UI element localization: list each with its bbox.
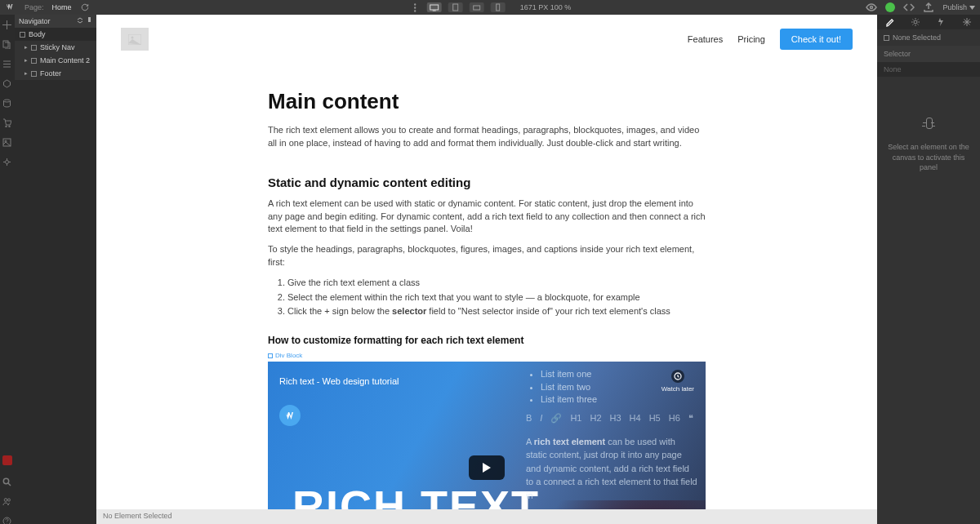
viewport-size-text: 1671 PX 100 % [520,3,572,11]
status-text: No Element Selected [103,512,172,520]
publish-button[interactable]: Publish [942,3,975,11]
search-icon[interactable] [2,475,12,485]
content-h3[interactable]: How to customize formatting for each ric… [268,334,706,348]
help-icon[interactable] [2,514,12,524]
navigator-panel: Navigator Body ▸Sticky Nav ▸Main Content… [15,15,96,80]
list-item[interactable]: Select the element within the rich text … [287,291,706,304]
navigator-collapse-icon[interactable] [77,17,83,25]
main-content: Main content The rich text element allow… [96,64,877,509]
page-label: Page: [24,3,44,11]
content-p1[interactable]: The rich text element allows you to crea… [268,124,706,149]
webflow-logo-icon[interactable] [5,2,16,13]
video-title: Rich text - Web design tutorial [279,375,399,388]
assets-icon[interactable] [2,135,12,145]
viewport-mobile-button[interactable] [491,2,506,12]
right-panel-tabs [877,15,980,29]
canvas[interactable]: Features Pricing Check it out! Main cont… [96,15,877,509]
nav-link-pricing[interactable]: Pricing [737,34,765,44]
content-h2[interactable]: Static and dynamic content editing [268,174,706,191]
svg-point-15 [3,478,8,483]
svg-point-7 [871,7,873,9]
element-label-divblock[interactable]: Div Block [268,351,706,360]
content-p3[interactable]: To style the headings, paragraphs, block… [268,243,706,269]
svg-rect-8 [3,41,8,47]
content-list[interactable]: Give the rich text element a class Selec… [287,277,706,318]
content-p2[interactable]: A rich text element can be used with sta… [268,198,706,235]
svg-rect-19 [88,17,91,22]
pages-icon[interactable] [2,38,12,47]
svg-rect-3 [430,5,439,10]
selector-input[interactable]: None [877,62,980,77]
video-embed[interactable]: Rich text - Web design tutorial Watch la… [268,362,706,509]
svg-rect-5 [474,6,480,10]
nav-link-features[interactable]: Features [688,34,723,44]
list-item[interactable]: Give the rich text element a class [287,277,706,289]
cms-icon[interactable] [2,96,12,106]
content-h1[interactable]: Main content [268,87,706,116]
left-tool-rail [0,15,15,524]
svg-point-16 [4,499,7,502]
interactions-tab-icon[interactable] [936,16,947,28]
site-nav: Features Pricing Check it out! [688,29,853,50]
toolbar-bold-icon: B [526,412,532,424]
page-name[interactable]: Home [52,3,72,11]
ecommerce-icon[interactable] [2,116,12,126]
site-logo-placeholder[interactable] [121,28,149,51]
status-bar: No Element Selected [96,509,877,524]
add-element-icon[interactable] [2,18,12,28]
navigator-header: Navigator [15,15,96,28]
status-ok-icon[interactable] [885,2,895,12]
navigator-item-main-content[interactable]: ▸Main Content 2 [15,54,96,67]
code-export-icon[interactable] [903,2,915,13]
reload-icon[interactable] [80,2,90,12]
svg-point-11 [9,126,11,127]
selector-label: Selector [877,46,980,62]
navigator-item-footer[interactable]: ▸Footer [15,67,96,80]
svg-point-2 [414,10,416,11]
site-header: Features Pricing Check it out! [96,15,877,64]
navigator-title: Navigator [19,17,51,25]
svg-point-0 [414,3,416,5]
viewport-tablet-button[interactable] [448,2,463,12]
settings-tab-icon[interactable] [910,16,921,28]
svg-point-10 [6,126,7,127]
navigator-icon[interactable] [2,57,12,67]
svg-point-17 [8,499,11,501]
symbols-icon[interactable] [2,77,12,87]
panel-hint: Select an element on the canvas to activ… [884,118,973,173]
viewport-mobile-landscape-button[interactable] [470,2,484,12]
top-toolbar: Page: Home 1671 PX 100 % Publish [0,0,980,15]
effects-tab-icon[interactable] [961,16,973,28]
selection-indicator: None Selected [877,29,980,46]
svg-point-23 [914,20,917,24]
preview-eye-icon[interactable] [866,2,877,13]
users-icon[interactable] [2,495,12,504]
svg-rect-4 [453,4,458,11]
toolbar-quote-icon: ❝ [688,412,693,424]
toolbar-link-icon: 🔗 [550,412,562,424]
navigator-item-sticky-nav[interactable]: ▸Sticky Nav [15,41,96,54]
nav-cta-button[interactable]: Check it out! [780,29,853,50]
video-overlay-sidebar: List item one List item two List item th… [518,362,706,509]
video-channel-avatar[interactable] [279,405,301,426]
settings-rail-icon[interactable] [2,155,12,165]
viewport-desktop-button[interactable] [427,2,442,12]
video-overlay-title: RICH TEXT [292,476,540,509]
play-icon [483,463,491,473]
right-panel: None Selected Selector None Select an el… [877,15,980,524]
navigator-pin-icon[interactable] [87,17,92,25]
svg-point-14 [6,161,9,164]
audit-icon[interactable] [2,455,12,465]
share-icon[interactable] [923,2,934,13]
cursor-click-icon [921,118,936,135]
svg-point-21 [131,36,134,38]
svg-rect-6 [497,4,500,11]
style-tab-icon[interactable] [884,16,896,28]
svg-point-1 [414,7,416,8]
navigator-item-body[interactable]: Body [15,28,96,41]
toolbar-italic-icon: I [540,412,542,424]
list-item[interactable]: Click the + sign below the selector fiel… [287,305,706,318]
viewport-menu-icon[interactable] [409,2,421,13]
svg-point-9 [4,100,11,102]
